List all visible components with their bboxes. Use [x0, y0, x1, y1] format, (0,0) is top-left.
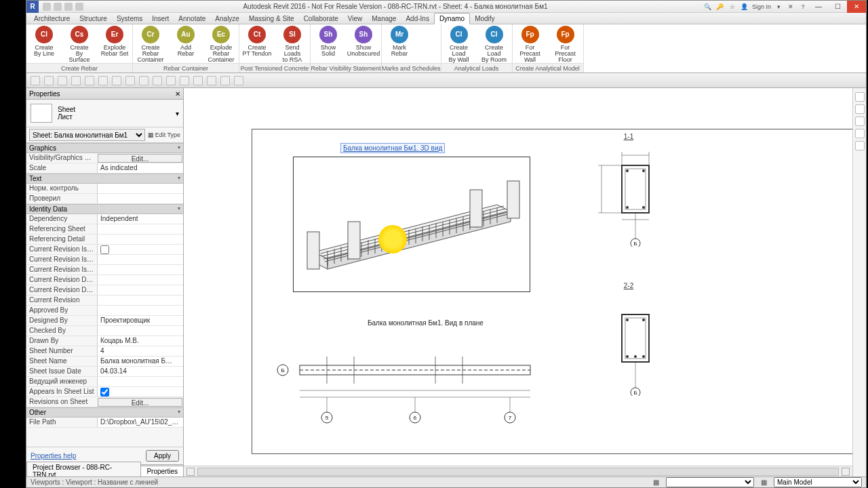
zoom-icon[interactable] [855, 129, 865, 138]
instance-selector[interactable]: Sheet: Балка монолитная Бм1 [29, 129, 145, 141]
tab-project-browser[interactable]: Project Browser - 088-RC-TRN.rvt [26, 462, 141, 476]
drawing-canvas[interactable]: Балка монолитная Бм1. 3D вид [184, 88, 866, 476]
menu-tab-massing-site[interactable]: Massing & Site [244, 14, 299, 24]
ribbon-btn-for-precast-floor[interactable]: FpForPrecast Floor [548, 26, 583, 63]
viewport-section-2-2[interactable]: 2-2 Б [585, 282, 673, 397]
ribbon-btn-create-by-surface[interactable]: CsCreateBy Surface [62, 26, 97, 63]
close-button[interactable]: ✕ [847, 1, 866, 13]
props-row[interactable]: Норм. контроль [26, 184, 183, 194]
props-value[interactable]: Проектировщик [97, 316, 183, 325]
props-value[interactable] [97, 194, 183, 203]
menu-tab-architecture[interactable]: Architecture [29, 14, 75, 24]
menu-tab-modify[interactable]: Modify [470, 14, 499, 24]
props-value[interactable] [97, 245, 183, 254]
design-options-icon[interactable]: ▦ [761, 479, 767, 486]
properties-grid[interactable]: GraphicsVisibility/Graphics Ove…Edit...S… [26, 143, 183, 447]
props-row[interactable]: Revisions on SheetEdit... [26, 397, 183, 407]
user-icon[interactable]: 👤 [740, 3, 749, 11]
props-edit-button[interactable]: Edit... [98, 154, 182, 163]
save-icon[interactable] [44, 76, 54, 85]
props-value[interactable] [97, 275, 183, 285]
menu-tab-collaborate[interactable]: Collaborate [299, 14, 343, 24]
menu-tab-insert[interactable]: Insert [147, 14, 174, 24]
dynamo-icon[interactable] [234, 76, 243, 85]
worksets-icon[interactable]: ▦ [653, 479, 659, 486]
redo-icon[interactable] [85, 76, 94, 85]
orbit-icon[interactable] [855, 141, 865, 150]
align-icon[interactable] [112, 76, 121, 85]
props-row[interactable]: Referencing Sheet [26, 224, 183, 235]
props-checkbox[interactable] [100, 245, 109, 254]
props-row[interactable]: Проверил [26, 194, 183, 204]
properties-help-link[interactable]: Properties help [31, 452, 76, 460]
type-selector[interactable]: Sheet Лист ▾ [26, 100, 183, 127]
props-value[interactable] [97, 265, 183, 274]
minimize-button[interactable]: — [809, 1, 828, 13]
ribbon-btn-explode-rebar-set[interactable]: ErExplodeRebar Set [97, 26, 132, 57]
ribbon-btn-show-solid[interactable]: ShShowSolid [311, 26, 346, 57]
workset-selector[interactable] [666, 477, 754, 487]
ribbon-btn-send-loads-to-rsa[interactable]: SlSend Loadsto RSA [275, 26, 310, 63]
pan-icon[interactable] [855, 117, 865, 126]
qat-redo-icon[interactable] [75, 3, 83, 11]
thin-lines-icon[interactable] [180, 76, 189, 85]
props-value[interactable] [97, 377, 183, 386]
props-section-other[interactable]: Other [26, 407, 183, 418]
props-value[interactable] [97, 235, 183, 244]
ribbon-btn-create-load-by-room[interactable]: ClCreate LoadBy Room [477, 26, 512, 63]
text-icon[interactable] [139, 76, 149, 85]
props-row[interactable]: Current Revision Issue… [26, 265, 183, 275]
maximize-button[interactable]: ☐ [828, 1, 847, 13]
props-row[interactable]: Current Revision [26, 296, 183, 306]
type-dropdown-icon[interactable]: ▾ [176, 110, 179, 117]
menu-tab-annotate[interactable]: Annotate [174, 14, 210, 24]
props-value[interactable] [97, 224, 183, 234]
hscroll-track[interactable] [197, 468, 839, 476]
props-row[interactable]: Current Revision Date [26, 275, 183, 285]
ribbon-btn-create-pt-tendon[interactable]: CtCreatePT Tendon [239, 26, 275, 57]
props-row[interactable]: Appears In Sheet List [26, 387, 183, 397]
view-3d-title[interactable]: Балка монолитная Бм1. 3D вид [340, 143, 445, 153]
props-value[interactable]: Балка монолитная Б… [97, 357, 183, 366]
viewport-section-1-1[interactable]: 1-1 [585, 133, 673, 248]
props-row[interactable]: Designed ByПроектировщик [26, 316, 183, 326]
canvas-hscroll[interactable] [184, 466, 852, 476]
tab-properties[interactable]: Properties [140, 466, 184, 476]
measure-icon[interactable] [98, 76, 108, 85]
props-checkbox[interactable] [100, 388, 109, 396]
props-row[interactable]: ScaleAs indicated [26, 163, 183, 174]
ribbon-btn-for-precast-wall[interactable]: FpForPrecast Wall [513, 26, 548, 63]
menu-tab-add-ins[interactable]: Add-Ins [401, 14, 433, 24]
props-value[interactable] [97, 296, 183, 305]
ribbon-btn-explode-rebar-container[interactable]: EcExplodeRebar Container [203, 26, 239, 63]
props-value[interactable]: Коцарь М.В. [97, 336, 183, 346]
hscroll-left-icon[interactable] [186, 468, 195, 476]
3d-icon[interactable] [153, 76, 162, 85]
properties-close-icon[interactable]: ✕ [175, 90, 180, 98]
revit-logo[interactable]: R [26, 1, 39, 13]
section-icon[interactable] [166, 76, 176, 85]
props-value[interactable]: As indicated [97, 163, 183, 173]
open-icon[interactable] [31, 76, 40, 85]
props-value[interactable] [97, 184, 183, 193]
ribbon-btn-create-rebar-container[interactable]: CrCreateRebar Container [133, 26, 168, 63]
search-icon[interactable]: 🔍 [703, 3, 713, 11]
qat-undo-icon[interactable] [64, 3, 73, 11]
nav-wheel-icon[interactable] [855, 104, 865, 114]
props-value[interactable] [97, 306, 183, 315]
exchange-icon[interactable]: ✕ [786, 3, 795, 11]
design-option-selector[interactable]: Main Model [774, 477, 862, 487]
props-row[interactable]: Referencing Detail [26, 235, 183, 245]
hscroll-right-icon[interactable] [842, 468, 850, 476]
ribbon-btn-show-unobscured[interactable]: ShShowUnobscured [346, 26, 381, 57]
ribbon-btn-mark-rebar-[interactable]: MrMark Rebar [382, 26, 417, 57]
props-value[interactable] [97, 285, 183, 295]
qat-open-icon[interactable] [43, 3, 51, 11]
viewport-plan[interactable]: 5 6 7 Б [266, 333, 551, 421]
dimension-icon[interactable] [125, 76, 135, 85]
ribbon-btn-create-load-by-wall[interactable]: ClCreate LoadBy Wall [441, 26, 477, 63]
props-value[interactable] [97, 387, 183, 396]
menu-tab-systems[interactable]: Systems [112, 14, 147, 24]
props-edit-button[interactable]: Edit... [98, 398, 182, 407]
props-row[interactable]: Sheet Number4 [26, 346, 183, 357]
